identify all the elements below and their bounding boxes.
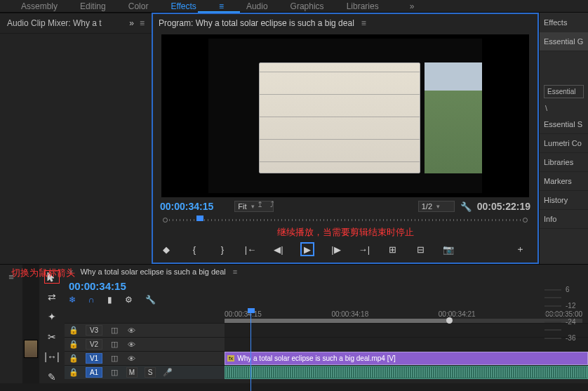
insert-icon[interactable]: ⊞ — [386, 243, 399, 256]
settings-icon[interactable]: ⚙ — [125, 295, 133, 305]
tab-effects[interactable]: Effects — [171, 1, 196, 11]
step-forward-icon[interactable]: |▶ — [330, 243, 342, 256]
essential-search-box[interactable]: Essential — [544, 85, 584, 98]
annotation-tool-text: 切换为鼠标箭头 — [11, 267, 75, 279]
a1-label[interactable]: A1 — [86, 367, 102, 378]
extract-icon[interactable]: ⤴ — [270, 200, 274, 209]
mark-in-icon[interactable]: ◆ — [160, 243, 173, 256]
tab-libraries[interactable]: Libraries — [347, 1, 379, 11]
eye-icon[interactable]: 👁 — [126, 354, 136, 363]
v2-label[interactable]: V2 — [86, 339, 102, 350]
scrub-playhead[interactable] — [196, 216, 203, 221]
in-bracket-icon[interactable]: { — [188, 243, 201, 256]
v1-lane[interactable]: fx Why a total solar eclipse is such a b… — [225, 352, 588, 365]
video-frame-right — [425, 62, 482, 173]
track-select-tool[interactable]: ⇄ — [44, 291, 60, 303]
lock-icon[interactable]: 🔒 — [69, 368, 79, 377]
tab-assembly[interactable]: Assembly — [21, 1, 58, 11]
audio-mixer-panel: Audio Clip Mixer: Why a t » ≡ — [0, 13, 152, 264]
lock-icon[interactable]: 🔒 — [69, 354, 79, 363]
path-slash: \ — [540, 101, 588, 115]
v3-label[interactable]: V3 — [86, 325, 102, 336]
ripple-tool[interactable]: ✦ — [44, 310, 60, 323]
video-preview[interactable] — [161, 34, 529, 197]
tab-graphics[interactable]: Graphics — [290, 1, 324, 11]
tab-history[interactable]: History — [540, 191, 588, 210]
toggle-sync-icon[interactable]: ◫ — [109, 340, 119, 349]
solo-button[interactable]: S — [145, 367, 156, 378]
eye-icon[interactable]: 👁 — [126, 340, 136, 349]
export-frame-icon[interactable]: 📷 — [442, 243, 455, 256]
tab-essential-graphics[interactable]: Essential G — [540, 32, 588, 51]
tab-audio[interactable]: Audio — [246, 1, 268, 11]
overwrite-icon[interactable]: ⊟ — [414, 243, 427, 256]
slip-tool[interactable]: |↔| — [44, 350, 60, 363]
program-menu-icon[interactable]: ≡ — [361, 18, 366, 28]
voiceover-icon[interactable]: 🎤 — [163, 368, 173, 377]
media-thumb[interactable] — [22, 265, 39, 383]
v2-lane[interactable] — [225, 338, 588, 351]
workspace-tabs: Assembly Editing Color Effects ≡ Audio G… — [0, 0, 588, 13]
link-icon[interactable]: ∩ — [88, 295, 95, 305]
program-title: Program: Why a total solar eclipse is su… — [159, 18, 354, 28]
tracks: 🔒 V3 ◫ 👁 🔒 V2 ◫ 👁 — [65, 323, 588, 379]
tab-color[interactable]: Color — [128, 1, 149, 11]
right-effects-label[interactable]: Effects — [540, 13, 588, 32]
timeline-playhead[interactable] — [250, 310, 251, 391]
lift-icon[interactable]: ↥ — [257, 200, 263, 209]
audio-clip[interactable] — [225, 366, 588, 379]
timeline-panel: × Why a total solar eclipse is such a bi… — [65, 265, 588, 383]
wrench-icon[interactable]: 🔧 — [145, 295, 156, 305]
tick-label: 00:00:34:18 — [331, 310, 368, 318]
settings-wrench-icon[interactable]: 🔧 — [460, 201, 472, 212]
marker-icon[interactable]: ▮ — [107, 295, 112, 305]
out-bracket-icon[interactable]: } — [216, 243, 229, 256]
lock-icon[interactable]: 🔒 — [69, 326, 79, 335]
scrub-bar[interactable] — [161, 215, 529, 225]
v1-label[interactable]: V1 — [86, 353, 102, 364]
tab-markers[interactable]: Markers — [540, 172, 588, 191]
video-clip[interactable]: fx Why a total solar eclipse is such a b… — [225, 352, 588, 365]
go-in-icon[interactable]: |← — [244, 243, 257, 256]
tab-lumetri[interactable]: Lumetri Co — [540, 134, 588, 153]
step-back-icon[interactable]: ◀| — [272, 243, 285, 256]
tab-info[interactable]: Info — [540, 210, 588, 229]
overflow-chevron-icon[interactable]: » — [410, 1, 415, 11]
sequence-menu-icon[interactable]: ≡ — [233, 267, 237, 276]
pen-tool[interactable]: ✎ — [44, 371, 60, 383]
fx-badge-icon: fx — [227, 355, 234, 362]
mute-button[interactable]: M — [126, 367, 138, 378]
toggle-sync-icon[interactable]: ◫ — [109, 326, 119, 335]
program-monitor: Program: Why a total solar eclipse is su… — [152, 13, 539, 264]
right-panel-stack: Effects Essential G Essential \ Essentia… — [539, 13, 588, 264]
transport-bar: ◆ { } |← ◀| ▶ |▶ →| ⊞ ⊟ 📷 ＋ — [160, 239, 530, 260]
add-button-icon[interactable]: ＋ — [514, 243, 526, 256]
eye-icon[interactable]: 👁 — [126, 326, 136, 335]
tab-libraries[interactable]: Libraries — [540, 153, 588, 172]
current-timecode[interactable]: 00:00:34:15 — [160, 201, 213, 212]
razor-tool[interactable]: ✂ — [44, 331, 60, 343]
snap-icon[interactable]: ❄ — [69, 295, 76, 305]
timeline-ruler[interactable]: 00:00:34:15 00:00:34:18 00:00:34:21 00:0… — [65, 310, 588, 323]
panel-menu-icon[interactable]: ≡ — [140, 18, 145, 28]
tool-column: ⇄ ✦ ✂ |↔| ✎ — [39, 265, 65, 383]
v3-lane[interactable] — [225, 324, 588, 337]
toggle-sync-icon[interactable]: ◫ — [109, 368, 119, 377]
tab-editing[interactable]: Editing — [80, 1, 106, 11]
resolution-select[interactable]: 1/2 — [418, 201, 455, 212]
tab-essential-sound[interactable]: Essential S — [540, 115, 588, 134]
toggle-sync-icon[interactable]: ◫ — [109, 354, 119, 363]
audio-mixer-title[interactable]: Audio Clip Mixer: Why a t — [7, 18, 102, 28]
play-button[interactable]: ▶ — [300, 242, 314, 256]
three-lines-icon[interactable]: ≡ — [219, 1, 224, 11]
sequence-title[interactable]: Why a total solar eclipse is such a big … — [80, 267, 225, 276]
go-out-icon[interactable]: →| — [358, 243, 370, 256]
overflow-icon[interactable]: » — [129, 18, 134, 28]
duration-timecode: 00:05:22:19 — [477, 201, 530, 212]
video-frame-left — [259, 62, 420, 173]
a1-lane[interactable] — [225, 366, 588, 379]
sequence-timecode[interactable]: 00:00:34:15 — [65, 279, 588, 293]
active-underline — [198, 11, 240, 13]
lock-icon[interactable]: 🔒 — [69, 340, 79, 349]
sequence-toolbar: ❄ ∩ ▮ ⚙ 🔧 — [65, 293, 588, 309]
